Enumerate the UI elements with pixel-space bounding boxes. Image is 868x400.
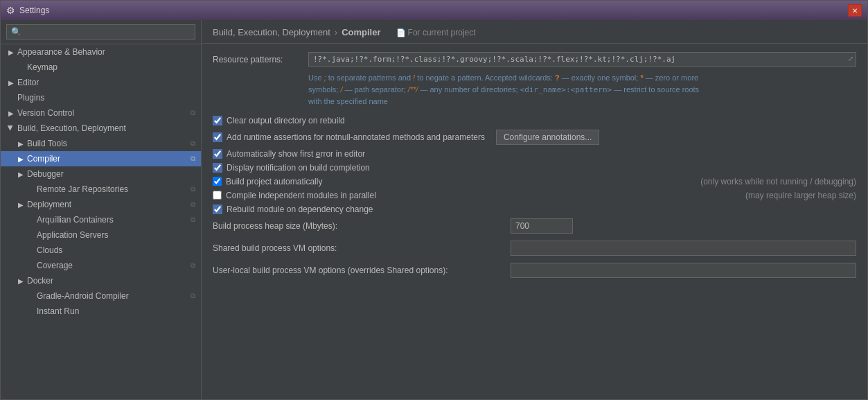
close-button[interactable]: ✕ <box>848 4 862 17</box>
sidebar-item-deployment[interactable]: ▶ Deployment ⧉ <box>1 197 201 212</box>
sidebar-item-label: Debugger <box>27 169 64 179</box>
settings-window: ⚙ Settings ✕ ▶ Appearance & Behavior Key… <box>0 0 868 400</box>
arrow-placeholder <box>16 62 26 72</box>
checkbox-build-auto-row: Build project automatically (only works … <box>213 177 856 186</box>
sidebar-item-editor[interactable]: ▶ Editor <box>1 75 201 90</box>
arrow-placeholder <box>26 184 35 194</box>
compile-parallel-label: Compile independent modules in parallel <box>226 191 376 200</box>
sidebar-item-compiler[interactable]: ▶ Compiler ⧉ <box>1 151 201 166</box>
checkbox-compile-parallel-row: Compile independent modules in parallel … <box>213 191 856 200</box>
main-panel: Build, Execution, Deployment › Compiler … <box>202 20 867 399</box>
shared-vm-row: Shared build process VM options: <box>213 241 856 256</box>
resource-patterns-row: Resource patterns: ⤢ <box>213 52 856 67</box>
sidebar-item-label: Version Control <box>17 108 74 118</box>
auto-show-error-label: Automatically show first error in editor <box>227 149 365 159</box>
sidebar-item-plugins[interactable]: Plugins <box>1 90 201 105</box>
title-bar: ⚙ Settings ✕ <box>1 1 867 20</box>
arrow-icon: ▶ <box>16 154 26 164</box>
sidebar-item-label: Application Servers <box>37 230 108 240</box>
breadcrumb-current: Compiler <box>342 27 380 37</box>
copy-icon: ⧉ <box>191 292 195 300</box>
arrow-icon: ▶ <box>6 123 16 133</box>
arrow-icon: ▶ <box>16 139 26 148</box>
display-notification-label: Display notification on build completion <box>227 163 370 173</box>
arrow-placeholder <box>26 230 35 240</box>
sidebar-item-build-exec-deploy[interactable]: ▶ Build, Execution, Deployment <box>1 121 201 136</box>
user-local-vm-input[interactable] <box>511 263 856 278</box>
sidebar-item-label: Remote Jar Repositories <box>37 184 128 194</box>
sidebar-item-label: Arquillian Containers <box>37 215 114 225</box>
copy-icon: ⧉ <box>191 216 195 224</box>
shared-vm-label: Shared build process VM options: <box>213 243 511 253</box>
checkbox-auto-show-error: Automatically show first error in editor <box>213 149 856 159</box>
sidebar-item-label: Deployment <box>27 200 71 209</box>
arrow-icon: ▶ <box>16 200 26 209</box>
sidebar-item-arquillian[interactable]: Arquillian Containers ⧉ <box>1 212 201 227</box>
resource-patterns-input[interactable] <box>308 52 856 67</box>
build-auto-checkbox[interactable] <box>213 177 222 186</box>
sidebar-item-clouds[interactable]: Clouds <box>1 243 201 258</box>
arrow-placeholder <box>26 245 35 255</box>
heap-size-label: Build process heap size (Mbytes): <box>213 221 511 231</box>
sidebar-item-build-tools[interactable]: ▶ Build Tools ⧉ <box>1 136 201 151</box>
expand-icon[interactable]: ⤢ <box>848 55 853 62</box>
sidebar-item-label: Keymap <box>27 62 57 72</box>
sidebar-item-label: Docker <box>27 276 53 286</box>
sidebar-item-instant-run[interactable]: Instant Run <box>1 304 201 319</box>
sidebar-item-label: Build, Execution, Deployment <box>17 123 126 133</box>
copy-icon: ⧉ <box>191 155 195 163</box>
runtime-assertions-label: Add runtime assertions for notnull-annot… <box>227 132 485 142</box>
sidebar-item-label: Compiler <box>27 154 60 164</box>
sidebar-item-label: Plugins <box>17 93 44 103</box>
sidebar-item-app-servers[interactable]: Application Servers <box>1 227 201 243</box>
build-auto-label: Build project automatically <box>226 177 322 186</box>
clear-output-label: Clear output directory on rebuild <box>227 116 345 125</box>
auto-show-error-checkbox[interactable] <box>213 149 222 159</box>
sidebar-item-version-control[interactable]: ▶ Version Control ⧉ <box>1 105 201 121</box>
copy-icon: ⧉ <box>191 139 195 148</box>
search-input[interactable] <box>6 24 195 40</box>
sidebar-item-label: Coverage <box>37 261 73 270</box>
build-auto-note: (only works while not running / debuggin… <box>700 177 856 186</box>
hint-text: Use ; to separate patterns and ! to nega… <box>308 72 856 107</box>
resource-patterns-input-wrap: ⤢ <box>308 52 856 67</box>
checkbox-runtime-assertions: Add runtime assertions for notnull-annot… <box>213 130 856 145</box>
window-icon: ⚙ <box>6 5 15 16</box>
heap-size-row: Build process heap size (Mbytes): <box>213 218 856 234</box>
arrow-icon: ▶ <box>6 47 16 57</box>
copy-icon: ⧉ <box>191 200 195 209</box>
arrow-icon: ▶ <box>16 276 26 286</box>
sidebar-item-gradle-android[interactable]: Gradle-Android Compiler ⧉ <box>1 288 201 304</box>
sidebar-item-coverage[interactable]: Coverage ⧉ <box>1 258 201 273</box>
user-local-vm-row: User-local build process VM options (ove… <box>213 263 856 278</box>
sidebar-item-keymap[interactable]: Keymap <box>1 60 201 75</box>
compile-parallel-checkbox[interactable] <box>213 191 222 200</box>
sidebar: ▶ Appearance & Behavior Keymap ▶ Editor … <box>1 20 202 399</box>
sidebar-item-remote-jar[interactable]: Remote Jar Repositories ⧉ <box>1 182 201 197</box>
nav-tree: ▶ Appearance & Behavior Keymap ▶ Editor … <box>1 44 201 399</box>
sidebar-item-label: Instant Run <box>37 306 79 316</box>
sidebar-item-appearance[interactable]: ▶ Appearance & Behavior <box>1 44 201 60</box>
sidebar-item-label: Clouds <box>37 245 62 255</box>
rebuild-module-checkbox[interactable] <box>213 205 222 214</box>
sidebar-item-label: Gradle-Android Compiler <box>37 291 129 301</box>
clear-output-checkbox[interactable] <box>213 116 222 125</box>
arrow-placeholder <box>26 306 35 316</box>
shared-vm-input[interactable] <box>511 241 856 256</box>
copy-icon: ⧉ <box>191 185 195 193</box>
checkbox-rebuild-module: Rebuild module on dependency change <box>213 205 856 214</box>
search-box <box>1 20 201 44</box>
copy-icon: ⧉ <box>191 261 195 270</box>
sidebar-item-docker[interactable]: ▶ Docker <box>1 273 201 288</box>
rebuild-module-label: Rebuild module on dependency change <box>227 205 373 214</box>
sidebar-item-debugger[interactable]: ▶ Debugger <box>1 166 201 182</box>
breadcrumb-project-label: For current project <box>396 28 476 37</box>
arrow-placeholder <box>6 93 16 103</box>
runtime-assertions-checkbox[interactable] <box>213 132 222 142</box>
arrow-placeholder <box>26 215 35 225</box>
arrow-icon: ▶ <box>6 108 16 118</box>
compile-parallel-note: (may require larger heap size) <box>745 191 856 200</box>
configure-annotations-button[interactable]: Configure annotations... <box>496 130 599 145</box>
heap-size-input[interactable] <box>511 218 573 234</box>
display-notification-checkbox[interactable] <box>213 163 222 173</box>
